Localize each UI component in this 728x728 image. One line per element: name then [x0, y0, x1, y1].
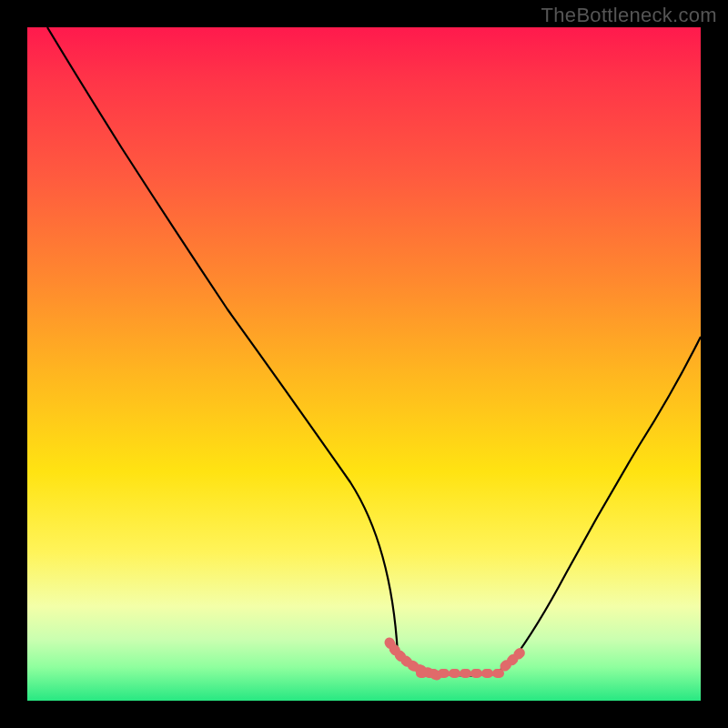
chart-svg — [27, 27, 701, 701]
plot-area — [27, 27, 701, 701]
curve-right-path — [512, 337, 701, 661]
highlight-right — [505, 650, 523, 666]
chart-frame: TheBottleneck.com — [0, 0, 728, 728]
watermark-label: TheBottleneck.com — [541, 4, 717, 27]
curve-left-path — [47, 27, 398, 653]
